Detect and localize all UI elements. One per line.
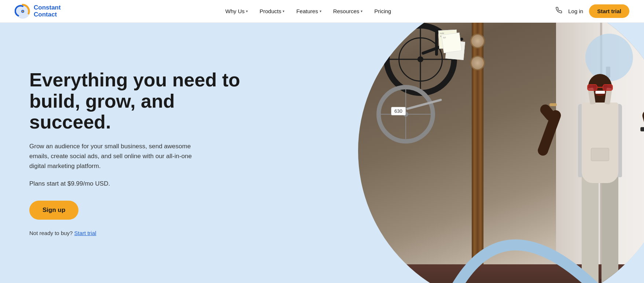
navbar: Constant Contact Why Us ▾ Products ▾ Fea… <box>0 0 644 23</box>
hero-section: Everything you need to build, grow, and … <box>0 23 644 283</box>
signup-button[interactable]: Sign up <box>29 201 78 220</box>
hero-content: Everything you need to build, grow, and … <box>0 23 242 283</box>
phone-icon[interactable] <box>556 7 562 15</box>
chevron-down-icon: ▾ <box>361 9 363 13</box>
svg-point-2 <box>22 11 23 12</box>
start-trial-hero-link[interactable]: Start trial <box>74 230 96 236</box>
login-link[interactable]: Log in <box>568 8 583 14</box>
nav-item-products[interactable]: Products ▾ <box>254 5 290 17</box>
not-ready-text: Not ready to buy? Start trial <box>29 230 242 236</box>
nav-item-pricing[interactable]: Pricing <box>369 5 396 17</box>
navbar-right: Log in Start trial <box>556 4 629 18</box>
pillar-ornament-1 <box>470 34 485 48</box>
chevron-down-icon: ▾ <box>320 9 321 13</box>
chevron-down-icon: ▾ <box>246 9 248 13</box>
main-nav: Why Us ▾ Products ▾ Features ▾ Resources… <box>220 5 396 17</box>
chevron-down-icon: ▾ <box>283 9 284 13</box>
hero-title: Everything you need to build, grow, and … <box>29 70 242 133</box>
hero-description: Grow an audience for your small business… <box>29 141 205 171</box>
wall-notes: notetext note list <box>439 30 468 67</box>
hero-bottom-wave <box>0 263 644 283</box>
nav-item-why-us[interactable]: Why Us ▾ <box>220 5 253 17</box>
hero-price: Plans start at $9.99/mo USD. <box>29 180 242 187</box>
hero-image-area: 630 notetext note list <box>225 23 644 283</box>
brand-logo[interactable]: Constant Contact <box>15 3 61 19</box>
nav-item-features[interactable]: Features ▾ <box>291 5 326 17</box>
logo-icon <box>15 3 31 19</box>
bicycle-2: 630 <box>376 85 435 144</box>
pillar-ornament-2 <box>470 56 485 70</box>
brand-name: Constant Contact <box>34 4 61 18</box>
bike-number: 630 <box>391 107 406 115</box>
start-trial-button[interactable]: Start trial <box>589 4 629 18</box>
nav-item-resources[interactable]: Resources ▾ <box>328 5 368 17</box>
